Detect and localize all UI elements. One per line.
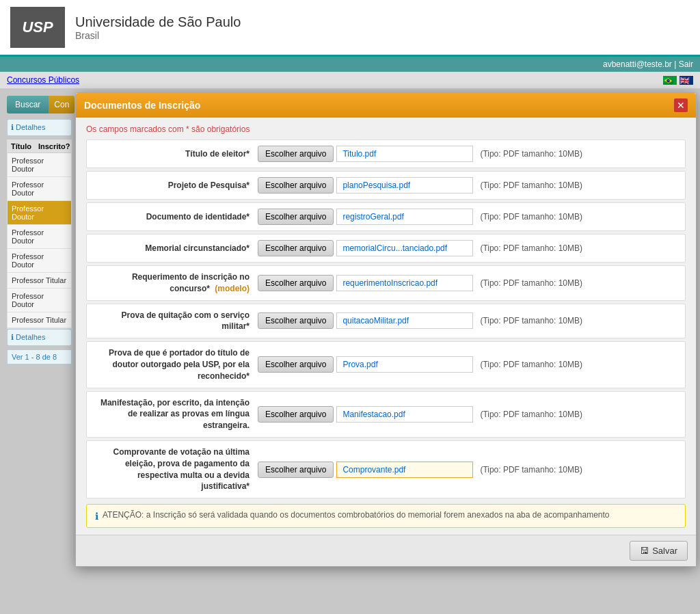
salvar-label: Salvar: [652, 546, 677, 556]
list-item[interactable]: Professor Doutor: [8, 225, 71, 249]
form-row-memorial: Memorial circunstanciado* Escolher arqui…: [86, 234, 686, 263]
university-subtitle: Brasil: [75, 30, 241, 41]
header-title: Universidade de São Paulo Brasil: [75, 14, 241, 41]
type-info-requerimento: (Tipo: PDF tamanho: 10MB): [480, 278, 582, 288]
label-prova-doutor: Prova de que é portador do título de dou…: [94, 347, 258, 382]
choose-file-comprovante[interactable]: Escolher arquivo: [258, 462, 334, 478]
file-group-prova-doutor: Escolher arquivo (Tipo: PDF tamanho: 10M…: [258, 356, 678, 373]
detalhes-info2[interactable]: ℹ Detalhes: [7, 329, 72, 346]
type-info-titulo-eleitor: (Tipo: PDF tamanho: 10MB): [480, 149, 582, 159]
type-info-quitacao-militar: (Tipo: PDF tamanho: 10MB): [480, 316, 582, 325]
file-group-titulo-eleitor: Escolher arquivo (Tipo: PDF tamanho: 10M…: [258, 146, 678, 162]
filename-projeto-pesquisa[interactable]: [336, 177, 473, 193]
file-group-quitacao-militar: Escolher arquivo (Tipo: PDF tamanho: 10M…: [258, 312, 678, 329]
file-group-projeto-pesquisa: Escolher arquivo (Tipo: PDF tamanho: 10M…: [258, 177, 678, 193]
filename-comprovante[interactable]: [336, 462, 473, 478]
choose-file-quitacao-militar[interactable]: Escolher arquivo: [258, 312, 334, 329]
filename-documento-identidade[interactable]: [336, 209, 473, 225]
flag-english[interactable]: 🇬🇧: [679, 76, 693, 85]
tab-buttons: Buscar Con: [7, 96, 72, 114]
type-info-memorial: (Tipo: PDF tamanho: 10MB): [480, 243, 582, 253]
type-info-manifestacao: (Tipo: PDF tamanho: 10MB): [480, 410, 582, 419]
form-row-projeto-pesquisa: Projeto de Pesquisa* Escolher arquivo (T…: [86, 171, 686, 200]
salvar-icon: 🖫: [640, 546, 649, 556]
filename-quitacao-militar[interactable]: [336, 312, 473, 329]
warning-box: ℹ ATENÇÃO: a Inscrição só será validada …: [86, 504, 686, 528]
choose-file-projeto-pesquisa[interactable]: Escolher arquivo: [258, 177, 334, 193]
label-memorial: Memorial circunstanciado*: [94, 243, 258, 254]
form-row-comprovante: Comprovante de votação na última eleição…: [86, 440, 686, 498]
form-row-titulo-eleitor: Título de eleitor* Escolher arquivo (Tip…: [86, 139, 686, 168]
filename-manifestacao[interactable]: [336, 406, 473, 423]
warning-text: ATENÇÃO: a Inscrição só será validada qu…: [103, 510, 610, 520]
warning-icon: ℹ: [95, 511, 98, 522]
modal-header: Documentos de Inscrição ✕: [76, 93, 696, 118]
form-row-documento-identidade: Documento de identidade* Escolher arquiv…: [86, 202, 686, 231]
modal-close-button[interactable]: ✕: [674, 98, 688, 112]
university-name: Universidade de São Paulo: [75, 14, 241, 30]
content-area: Buscar Con ℹ Detalhes Título Inscrito? P…: [0, 89, 700, 371]
label-documento-identidade: Documento de identidade*: [94, 211, 258, 223]
file-group-requerimento: Escolher arquivo (Tipo: PDF tamanho: 10M…: [258, 275, 678, 291]
list-item[interactable]: Professor Doutor: [8, 201, 71, 225]
type-info-prova-doutor: (Tipo: PDF tamanho: 10MB): [480, 360, 582, 369]
list-item[interactable]: Professor Doutor: [8, 153, 71, 177]
choose-file-requerimento[interactable]: Escolher arquivo: [258, 275, 334, 291]
file-group-documento-identidade: Escolher arquivo (Tipo: PDF tamanho: 10M…: [258, 209, 678, 225]
choose-file-manifestacao[interactable]: Escolher arquivo: [258, 406, 334, 423]
label-comprovante: Comprovante de votação na última eleição…: [94, 446, 258, 492]
detalhes-info[interactable]: ℹ Detalhes: [7, 119, 72, 136]
logo: USP: [10, 7, 65, 48]
label-manifestacao: Manifestação, por escrito, da intenção d…: [94, 397, 258, 431]
label-titulo-eleitor: Título de eleitor*: [94, 148, 258, 160]
choose-file-prova-doutor[interactable]: Escolher arquivo: [258, 356, 334, 373]
flag-brazil[interactable]: 🇧🇷: [663, 76, 677, 85]
ver-label[interactable]: Ver 1 - 8 de 8: [7, 349, 72, 364]
label-projeto-pesquisa: Projeto de Pesquisa*: [94, 180, 258, 191]
list-item[interactable]: Professor Doutor: [8, 289, 71, 312]
top-bar: avbenatti@teste.br | Sair: [0, 57, 700, 72]
col-inscrito: Inscrito?: [35, 140, 73, 152]
type-info-projeto-pesquisa: (Tipo: PDF tamanho: 10MB): [480, 181, 582, 190]
modal-title: Documentos de Inscrição: [84, 100, 200, 111]
nav-bar: Concursos Públicos 🇧🇷 🇬🇧: [0, 72, 700, 89]
choose-file-titulo-eleitor[interactable]: Escolher arquivo: [258, 146, 334, 162]
type-info-documento-identidade: (Tipo: PDF tamanho: 10MB): [480, 212, 582, 222]
language-flags: 🇧🇷 🇬🇧: [663, 76, 693, 85]
user-email: avbenatti@teste.br: [603, 59, 672, 69]
filename-requerimento[interactable]: [336, 275, 473, 291]
file-group-memorial: Escolher arquivo (Tipo: PDF tamanho: 10M…: [258, 240, 678, 256]
concursos-link[interactable]: Concursos Públicos: [7, 75, 79, 85]
label-requerimento: Requerimento de inscrição no concurso* (…: [94, 271, 258, 295]
modal-documentos: Documentos de Inscrição ✕ Os campos marc…: [75, 92, 697, 567]
label-quitacao-militar: Prova de quitação com o serviço militar*: [94, 310, 258, 333]
choose-file-memorial[interactable]: Escolher arquivo: [258, 240, 334, 256]
filename-prova-doutor[interactable]: [336, 356, 473, 373]
logout-link[interactable]: Sair: [679, 59, 693, 69]
filename-memorial[interactable]: [336, 240, 473, 256]
modal-footer: 🖫 Salvar: [76, 535, 696, 566]
file-group-manifestacao: Escolher arquivo (Tipo: PDF tamanho: 10M…: [258, 406, 678, 423]
choose-file-documento-identidade[interactable]: Escolher arquivo: [258, 209, 334, 225]
sidebar-list: Título Inscrito? Professor Doutor Profes…: [7, 139, 72, 329]
col-title: Título: [8, 140, 35, 152]
salvar-button[interactable]: 🖫 Salvar: [630, 541, 688, 561]
list-item[interactable]: Professor Doutor: [8, 177, 71, 201]
form-row-prova-doutor: Prova de que é portador do título de dou…: [86, 341, 686, 388]
form-row-quitacao-militar: Prova de quitação com o serviço militar*…: [86, 304, 686, 339]
form-row-manifestacao: Manifestação, por escrito, da intenção d…: [86, 391, 686, 438]
type-info-comprovante: (Tipo: PDF tamanho: 10MB): [480, 465, 582, 475]
required-note: Os campos marcados com * são obrigatório…: [86, 124, 686, 134]
filename-titulo-eleitor[interactable]: [336, 146, 473, 162]
modelo-link[interactable]: (modelo): [215, 284, 250, 293]
list-item[interactable]: Professor Titular: [8, 312, 71, 328]
sidebar: Buscar Con ℹ Detalhes Título Inscrito? P…: [7, 96, 72, 364]
form-row-requerimento: Requerimento de inscrição no concurso* (…: [86, 265, 686, 301]
header: USP Universidade de São Paulo Brasil: [0, 0, 700, 57]
modal-body: Os campos marcados com * são obrigatório…: [76, 118, 696, 535]
list-item[interactable]: Professor Doutor: [8, 249, 71, 273]
buscar-button[interactable]: Buscar: [7, 96, 49, 114]
file-group-comprovante: Escolher arquivo (Tipo: PDF tamanho: 10M…: [258, 462, 678, 478]
list-item[interactable]: Professor Titular: [8, 273, 71, 289]
con-button[interactable]: Con: [49, 96, 75, 114]
